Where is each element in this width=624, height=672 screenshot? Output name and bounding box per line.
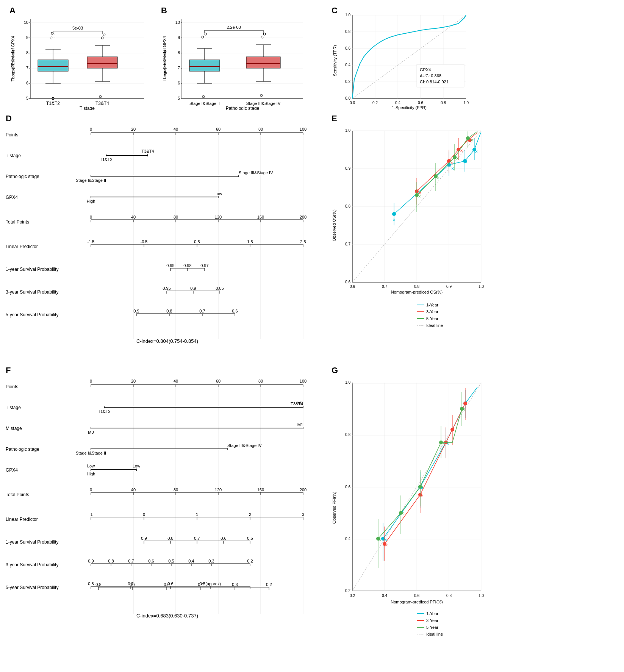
svg-text:60: 60: [216, 379, 221, 383]
nom-F-low-label: Low: [87, 464, 95, 468]
y-axis-label-A2: Log₂ (FPKM+1): [11, 50, 15, 79]
svg-text:1.0: 1.0: [479, 284, 484, 289]
nomogram-F-svg: F Points T stage M stage Pathologic stag…: [4, 364, 314, 655]
nom-D-row-5yr: 5-year Survival Probability: [6, 312, 58, 317]
svg-text:80: 80: [174, 488, 178, 492]
nom-D-row-3yr: 3-year Survival Probability: [6, 289, 58, 295]
nom-F-row-3yr: 3-year Survival Probability: [6, 562, 58, 567]
svg-text:0.6: 0.6: [345, 485, 350, 489]
calib-E-legend-5yr: 5-Year: [426, 316, 438, 321]
calib-E-y-label: Observed OS(%): [332, 209, 336, 241]
panel-label-E: E: [332, 114, 337, 123]
svg-text:1.0: 1.0: [463, 101, 469, 105]
svg-text:0.9: 0.9: [446, 284, 452, 289]
roc-svg: C Sensitivity (TPR) 0.0 0.2 0.4 0.6 0.8 …: [330, 4, 474, 110]
svg-text:120: 120: [215, 488, 222, 492]
calib-G-legend-ideal: Ideal line: [426, 632, 443, 636]
svg-text:0.7: 0.7: [194, 536, 200, 541]
boxplot-A-svg: A The expression of GPX4 Log₂ (FPKM+1) 5…: [8, 4, 152, 110]
nom-F-M0-label: M0: [88, 430, 94, 434]
svg-text:0.7: 0.7: [128, 559, 134, 563]
nom-F-stageIII-label: Stage III&Stage IV: [227, 443, 262, 448]
svg-text:0.5: 0.5: [168, 559, 174, 563]
svg-text:0.6: 0.6: [221, 536, 226, 541]
svg-text:40: 40: [174, 127, 178, 131]
nom-F-row-points: Points: [6, 384, 18, 389]
svg-text:0.6: 0.6: [350, 284, 355, 289]
nom-D-row-1yr: 1-year Survival Probability: [6, 267, 58, 272]
svg-text:0.6: 0.6: [418, 101, 423, 105]
nom-F-row-linpred: Linear Predictor: [6, 517, 38, 522]
pvalue-B: 2.2e-03: [227, 25, 241, 30]
svg-text:0.4: 0.4: [188, 559, 194, 563]
box-stageI-II: [189, 60, 220, 71]
nomogram-D-svg: D Points T stage Pathologic stage GPX4 T…: [4, 112, 314, 354]
nom-D-T1T2-label: T1&T2: [100, 157, 112, 162]
svg-text:-0.5: -0.5: [141, 239, 148, 244]
nom-F-T1T2-label: T1&T2: [98, 409, 110, 414]
nom-F-row-pathstage: Pathologic stage: [6, 447, 39, 452]
calib-E-3yr-line: [417, 133, 477, 191]
svg-text:0.8: 0.8: [95, 582, 101, 587]
svg-text:100: 100: [300, 379, 307, 383]
svg-text:0: 0: [90, 488, 92, 492]
svg-text:0.4: 0.4: [395, 101, 400, 105]
nom-D-T3T4-label: T3&T4: [141, 149, 154, 153]
x-axis-title-B: Pathologic stage: [226, 106, 260, 110]
nom-F-stageI-label: Stage I&Stage II: [76, 451, 106, 455]
x-label-T1T2: T1&T2: [46, 101, 60, 106]
svg-text:40: 40: [131, 488, 136, 492]
svg-text:0: 0: [90, 379, 92, 383]
nom-F-row-1yr: 1-year Survival Probability: [6, 539, 58, 545]
panel-label-B: B: [161, 6, 167, 15]
outlier-T3T4-3: [103, 34, 105, 36]
svg-text:0.2: 0.2: [266, 582, 272, 587]
y-tick-9: 9: [26, 35, 28, 40]
x-label-stageIII: Stage III&Stage IV: [246, 101, 281, 106]
svg-text:80: 80: [258, 379, 263, 383]
calib-G-5yr-x5: ×: [462, 406, 465, 413]
calib-G-3yr-x1: ×: [385, 542, 388, 548]
svg-text:0.6: 0.6: [148, 559, 154, 563]
svg-text:0.2: 0.2: [372, 101, 378, 105]
nom-D-row-tstage: T stage: [6, 153, 21, 158]
svg-text:0.6: 0.6: [414, 594, 419, 598]
roc-x-label: 1-Specificity (FPR): [392, 105, 427, 110]
svg-text:20: 20: [131, 127, 136, 131]
panel-G: G Observed PFI(%) 0.2 0.4 0.6 0.8 1.0 0.…: [330, 364, 489, 655]
box-stageIII-IV: [246, 57, 280, 68]
roc-legend-ci: CI: 0.814-0.921: [420, 80, 449, 84]
svg-text:160: 160: [257, 488, 264, 492]
svg-text:0.6: 0.6: [345, 46, 350, 50]
panel-D: D Points T stage Pathologic stage GPX4 T…: [4, 112, 314, 354]
calib-E-3yr-x2: ×: [450, 160, 453, 166]
calib-G-5yr-x4: ×: [441, 440, 444, 446]
svg-text:0.4: 0.4: [198, 582, 203, 587]
svg-text:0: 0: [90, 127, 92, 131]
nom-F-row-totalpoints: Total Points: [6, 492, 29, 497]
svg-text:0.3: 0.3: [232, 582, 238, 587]
y-tick-6: 6: [26, 81, 28, 85]
outlier-T3T4-1: [99, 95, 102, 98]
calib-E-legend-ideal: Ideal line: [426, 323, 443, 328]
outlier-B-4: [260, 94, 263, 97]
svg-text:1.5: 1.5: [247, 239, 253, 244]
calib-E-5yr-x3: ×: [456, 155, 459, 161]
svg-text:200: 200: [300, 488, 307, 492]
svg-text:0.7: 0.7: [345, 242, 350, 246]
y-axis-label-B2: Log₂ (FPKM+1): [162, 50, 167, 79]
svg-text:40: 40: [131, 215, 136, 219]
svg-text:80: 80: [174, 215, 178, 219]
pvalue-A: 5e-03: [72, 26, 83, 30]
svg-text:0.8: 0.8: [446, 594, 452, 598]
nom-F-cindex: C-index=0.683(0.630-0.737): [136, 613, 198, 619]
svg-text:0.7: 0.7: [130, 582, 135, 587]
calib-G-5yr-x2: ×: [401, 510, 404, 516]
calib-G-3yr-line: [385, 403, 465, 544]
calib-G-legend-1yr: 1-Year: [426, 611, 438, 616]
svg-text:0.8: 0.8: [345, 433, 350, 437]
nom-F-row-gpx4: GPX4: [6, 467, 18, 473]
calib-E-1yr-x4: ×: [475, 148, 478, 155]
svg-text:0.8: 0.8: [414, 284, 419, 289]
svg-text:40: 40: [174, 379, 178, 383]
